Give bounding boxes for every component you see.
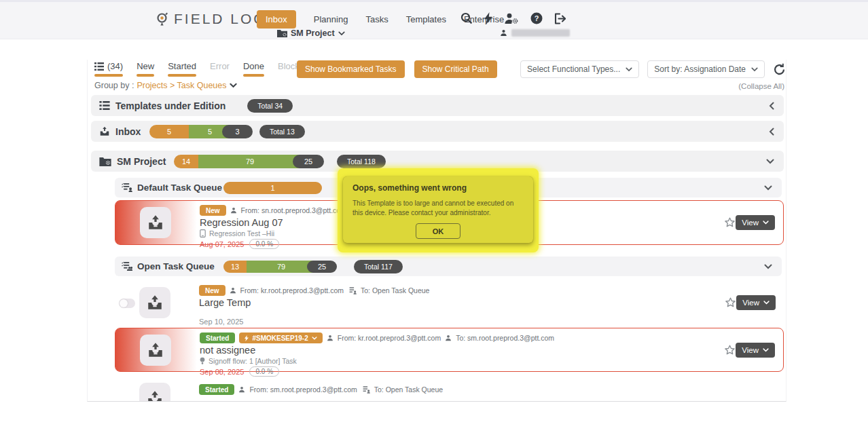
card-body: New From: kr.root.preprod.3@ptt.com To: … <box>199 285 429 326</box>
inbox-status-bar: 5 5 3 <box>149 125 253 138</box>
queue-status-bar: 13 79 25 <box>223 261 337 273</box>
person-icon <box>445 335 452 341</box>
due-date: Sep 08, 2025 <box>200 368 244 376</box>
card-body: Started From: sm.root.preprod.3@ptt.com … <box>199 384 443 395</box>
chevron-left-icon[interactable] <box>769 102 774 110</box>
task-card-not-assignee[interactable]: Started #SMOKESEP19-2 From: kr.root.prep… <box>115 328 784 372</box>
group-by-label: Group by : <box>94 81 134 90</box>
bar-segment-done: 25 <box>293 155 324 168</box>
card-body: Started #SMOKESEP19-2 From: kr.root.prep… <box>200 332 554 377</box>
logout-icon[interactable] <box>554 13 567 24</box>
nav-planning[interactable]: Planning <box>314 14 348 24</box>
header-icon-bar: ? <box>460 12 567 24</box>
error-modal: Oops, something went wrong This Template… <box>343 176 533 243</box>
error-modal-glow: Oops, something went wrong This Template… <box>338 168 539 252</box>
queue-icon <box>361 386 370 394</box>
chevron-down-icon <box>230 83 237 88</box>
user-settings-icon[interactable] <box>504 13 519 24</box>
task-card-large-temp[interactable]: New From: kr.root.preprod.3@ptt.com To: … <box>115 281 784 324</box>
task-title: Large Temp <box>199 297 429 308</box>
svg-text:?: ? <box>535 14 539 22</box>
sort-by-dropdown[interactable]: Sort by: Assignation Date <box>647 60 765 78</box>
folder-gear-icon <box>99 157 111 166</box>
nav-tasks[interactable]: Tasks <box>365 14 388 24</box>
toggle-switch-off[interactable] <box>119 299 135 308</box>
task-queue-icon <box>122 183 132 192</box>
queue-title: Open Task Queue <box>137 261 215 271</box>
project-status-bar: 14 79 25 <box>174 155 324 168</box>
tab-done[interactable]: Done <box>243 61 264 77</box>
view-button[interactable]: View <box>736 295 776 310</box>
tab-new[interactable]: New <box>137 61 154 77</box>
bookmark-star-icon[interactable] <box>724 217 736 229</box>
total-badge: Total 117 <box>354 260 403 273</box>
nav-templates[interactable]: Templates <box>406 14 446 24</box>
tab-error[interactable]: Error <box>210 61 230 77</box>
list-icon <box>99 101 110 110</box>
total-badge: Total 118 <box>337 155 386 168</box>
show-critical-path-button[interactable]: Show Critical Path <box>414 60 497 78</box>
section-templates-under-edition[interactable]: Templates under Edition Total 34 <box>91 95 784 116</box>
help-icon[interactable]: ? <box>530 12 543 24</box>
bar-segment-new: 13 <box>223 261 247 273</box>
inbox-tray-icon <box>99 126 110 136</box>
status-badge: New <box>199 285 225 296</box>
person-icon <box>327 335 333 341</box>
template-tray-icon <box>140 335 171 366</box>
from-label: From: sn.root.preprod.3@ptt.com <box>241 206 346 214</box>
section-title: SM Project <box>117 156 166 167</box>
section-inbox[interactable]: Inbox 5 5 3 Total 13 <box>91 121 784 142</box>
template-device-icon <box>200 229 206 238</box>
app-root: FIELD LOGS Inbox Planning Tasks Template… <box>0 0 868 437</box>
from-label: From: kr.root.preprod.3@ptt.com <box>240 286 344 294</box>
tab-all-count[interactable]: (34) <box>94 61 123 77</box>
chevron-down-icon <box>338 31 345 36</box>
bookmark-star-icon[interactable] <box>725 297 736 309</box>
task-card-partial[interactable]: Started From: sm.root.preprod.3@ptt.com … <box>115 377 784 402</box>
from-label: From: kr.root.preprod.3@ptt.com <box>338 334 441 342</box>
due-date: Aug 07, 2025 <box>200 240 244 248</box>
view-button[interactable]: View <box>736 215 775 230</box>
template-tray-icon <box>139 383 170 402</box>
view-button[interactable]: View <box>736 343 775 358</box>
ok-button[interactable]: OK <box>416 223 460 239</box>
show-bookmarked-tasks-button[interactable]: Show Bookmarked Tasks <box>297 60 405 78</box>
progress-badge: 0.0 % <box>249 239 279 249</box>
group-by-selector[interactable]: Projects > Task Queues <box>137 81 236 90</box>
bookmark-star-icon[interactable] <box>724 344 736 356</box>
total-badge: Total 13 <box>259 125 305 138</box>
project-selector[interactable]: SM Project <box>277 28 345 38</box>
to-label: To: Open Task Queue <box>361 286 429 294</box>
bar-segment-new: 1 <box>223 182 322 194</box>
top-header: FIELD LOGS Inbox Planning Tasks Template… <box>0 0 868 39</box>
signoff-bulb-icon <box>200 357 205 365</box>
person-icon <box>230 287 236 294</box>
chevron-down-icon <box>751 67 758 72</box>
progress-badge: 0.0 % <box>249 366 279 377</box>
nav-inbox[interactable]: Inbox <box>257 10 296 28</box>
to-label: To: sm.root.preprod.3@ptt.com <box>456 334 554 342</box>
chevron-down-icon[interactable] <box>764 264 772 269</box>
template-tray-icon <box>140 207 171 238</box>
user-name-redacted <box>511 29 570 37</box>
queue-open-task-queue[interactable]: Open Task Queue 13 79 25 Total 117 <box>115 256 782 276</box>
person-icon <box>230 207 237 214</box>
search-icon[interactable] <box>460 12 473 24</box>
refresh-icon[interactable] <box>773 63 786 76</box>
tab-started[interactable]: Started <box>168 61 196 77</box>
queue-icon <box>348 287 357 294</box>
map-pin-logo-icon <box>155 12 170 26</box>
collapse-all-link[interactable]: (Collapse All) <box>738 82 784 90</box>
queue-status-bar: 1 <box>223 182 322 194</box>
total-badge: Total 34 <box>247 99 293 113</box>
chevron-down-icon[interactable] <box>766 159 774 164</box>
lightning-icon[interactable] <box>484 12 492 24</box>
status-badge: Started <box>199 384 234 395</box>
functional-types-dropdown[interactable]: Select Functional Types... <box>520 60 639 78</box>
from-label: From: sm.root.preprod.3@ptt.com <box>249 385 357 394</box>
chevron-left-icon[interactable] <box>769 128 774 136</box>
queue-title: Default Task Queue <box>137 183 222 193</box>
chevron-down-icon[interactable] <box>764 185 772 191</box>
smoke-tag-dropdown[interactable]: #SMOKESEP19-2 <box>239 332 322 343</box>
section-title: Templates under Edition <box>115 100 225 111</box>
